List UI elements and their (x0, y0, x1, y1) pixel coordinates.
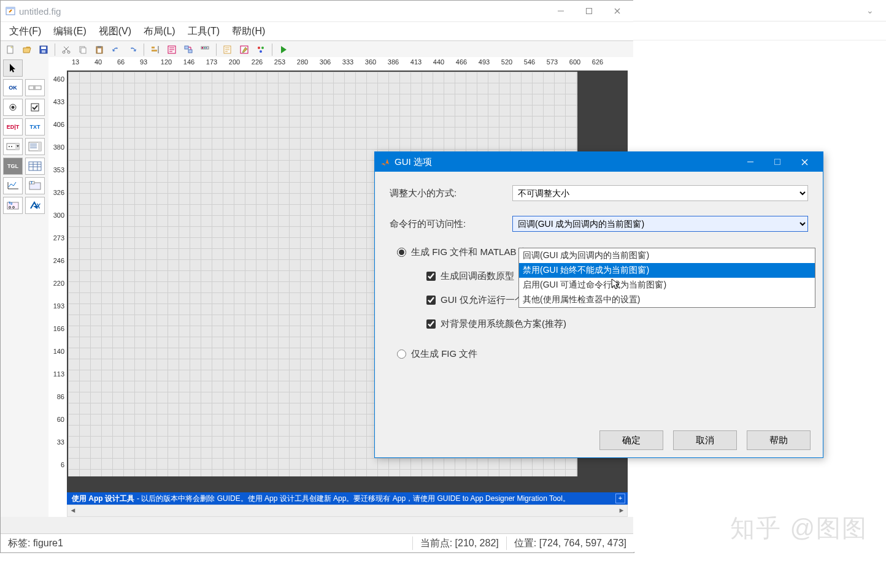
generate-fig-matlab-radio[interactable] (397, 248, 406, 257)
titlebar: untitled.fig (1, 1, 634, 21)
migration-banner[interactable]: 使用 App 设计工具 - 以后的版本中将会删除 GUIDE。使用 App 设计… (67, 492, 628, 505)
horizontal-scrollbar[interactable]: ◄ ► (67, 505, 628, 517)
redo-icon[interactable] (125, 42, 140, 57)
ruler-tick: 246 (53, 257, 64, 264)
tab-order-icon[interactable] (181, 42, 196, 57)
svg-point-40 (11, 146, 12, 147)
ruler-tick: 33 (57, 438, 64, 446)
dialog-titlebar: GUI 选项 (375, 152, 823, 172)
radiobutton-tool[interactable] (3, 99, 23, 116)
maximize-button[interactable] (575, 2, 603, 20)
scroll-left-icon[interactable]: ◄ (67, 505, 79, 515)
dropdown-option[interactable]: 启用(GUI 可通过命令行成为当前图窗) (519, 278, 815, 292)
callback-prototypes-checkbox[interactable] (426, 272, 436, 281)
buttongroup-tool[interactable]: Tg (3, 197, 23, 214)
dialog-minimize-button[interactable] (737, 153, 764, 171)
ruler-tick: 353 (53, 166, 64, 174)
svg-rect-46 (29, 162, 41, 170)
axes-tool[interactable] (3, 177, 23, 194)
menubar: 文件(F) 编辑(E) 视图(V) 布局(L) 工具(T) 帮助(H) (1, 21, 634, 40)
dialog-button-row: 确定 取消 帮助 (599, 430, 811, 450)
menu-tools[interactable]: 工具(T) (182, 24, 226, 39)
cmdaccess-select[interactable]: 回调(GUI 成为回调内的当前图窗) (512, 216, 808, 232)
checkbox-tool[interactable] (25, 99, 45, 116)
svg-point-56 (9, 207, 11, 208)
menu-editor-icon[interactable] (164, 42, 179, 57)
dropdown-option[interactable]: 禁用(GUI 始终不能成为当前图窗) (519, 263, 815, 278)
cancel-button[interactable]: 取消 (673, 430, 737, 450)
side-chevron-icon[interactable]: ⌄ (866, 6, 874, 15)
svg-rect-3 (587, 9, 592, 14)
close-button[interactable] (603, 2, 631, 20)
ruler-tick: 433 (53, 98, 64, 105)
run-icon[interactable] (276, 42, 291, 57)
ruler-tick: 386 (388, 58, 399, 66)
dropdown-option[interactable]: 回调(GUI 成为回调内的当前图窗) (519, 248, 815, 263)
property-inspector-icon[interactable] (237, 42, 252, 57)
dialog-maximize-button[interactable] (764, 153, 791, 171)
svg-rect-38 (15, 143, 19, 150)
menu-layout[interactable]: 布局(L) (137, 24, 182, 39)
ruler-tick: 13 (72, 58, 79, 66)
scroll-right-icon[interactable]: ► (616, 505, 627, 515)
generate-fig-only-radio[interactable] (397, 349, 406, 359)
open-icon[interactable] (20, 42, 34, 57)
dialog-title: GUI 选项 (395, 156, 432, 168)
watermark: 知乎 @图图 (730, 511, 868, 545)
ruler-tick: 173 (206, 58, 217, 66)
paste-icon[interactable] (92, 42, 107, 57)
singleton-checkbox[interactable] (426, 296, 436, 305)
new-icon[interactable] (3, 42, 18, 57)
text-tool[interactable]: TXT (25, 118, 45, 136)
align-icon[interactable] (148, 42, 163, 57)
edit-tool[interactable]: ED|T (3, 118, 23, 136)
menu-file[interactable]: 文件(F) (3, 24, 47, 39)
svg-rect-14 (98, 46, 101, 48)
cmdaccess-label: 命令行的可访问性: (390, 218, 512, 230)
component-palette: OK ED|T TXT TGL T (1, 57, 54, 517)
generate-fig-matlab-label: 生成 FIG 文件和 MATLAB 文 (411, 246, 528, 258)
help-button[interactable]: 帮助 (747, 430, 811, 450)
table-tool[interactable] (25, 158, 45, 175)
undo-icon[interactable] (109, 42, 123, 57)
object-browser-icon[interactable] (253, 42, 268, 57)
toggle-tool[interactable]: TGL (3, 158, 23, 175)
copy-icon[interactable] (75, 42, 90, 57)
svg-rect-1 (6, 7, 15, 9)
panel-tool[interactable]: T (25, 177, 45, 194)
save-icon[interactable] (36, 42, 51, 57)
slider-tool[interactable] (25, 79, 45, 96)
position-label: 位置: (514, 538, 536, 548)
ruler-tick: 226 (252, 58, 263, 66)
select-tool-icon[interactable] (3, 59, 23, 77)
cmdaccess-dropdown-list[interactable]: 回调(GUI 成为回调内的当前图窗)禁用(GUI 始终不能成为当前图窗)启用(G… (518, 248, 815, 308)
cut-icon[interactable] (59, 42, 74, 57)
ruler-tick: 40 (94, 58, 102, 66)
toolbar-editor-icon[interactable] (198, 42, 212, 57)
ruler-tick: 326 (53, 189, 64, 196)
dropdown-option[interactable]: 其他(使用属性检查器中的设置) (519, 292, 815, 307)
ruler-tick: 93 (140, 58, 147, 66)
tag-value: figure1 (33, 538, 63, 548)
banner-strong: 使用 App 设计工具 (72, 494, 134, 504)
activex-tool[interactable]: X (25, 197, 45, 214)
svg-point-35 (12, 106, 15, 109)
banner-expand-icon[interactable]: + (615, 494, 625, 503)
listbox-tool[interactable] (25, 138, 45, 155)
ok-button[interactable]: 确定 (599, 430, 663, 450)
resize-select[interactable]: 不可调整大小 (512, 185, 808, 201)
menu-edit[interactable]: 编辑(E) (47, 24, 92, 39)
ruler-tick: 253 (274, 58, 285, 66)
menu-help[interactable]: 帮助(H) (226, 24, 271, 39)
pushbutton-tool[interactable]: OK (3, 79, 23, 96)
menu-view[interactable]: 视图(V) (93, 24, 137, 39)
dialog-close-button[interactable] (791, 153, 818, 171)
editor-icon[interactable] (220, 42, 235, 57)
ruler-tick: 306 (320, 58, 331, 66)
status-bar: 标签: figure1 当前点: [210, 282] 位置: [724, 76… (1, 533, 634, 552)
syscolor-checkbox[interactable] (426, 319, 436, 329)
popup-tool[interactable] (3, 138, 23, 155)
minimize-button[interactable] (547, 2, 575, 20)
ruler-tick: 413 (410, 58, 422, 66)
svg-text:T: T (31, 181, 33, 185)
